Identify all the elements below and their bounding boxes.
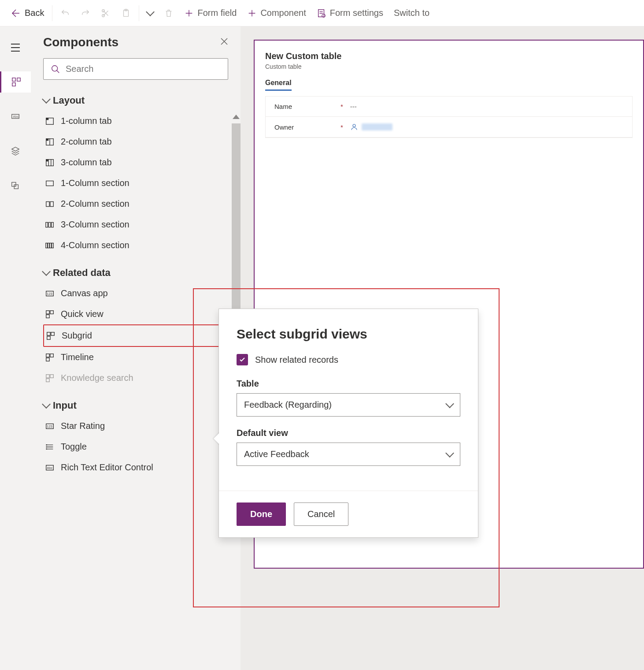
add-component-button[interactable]: Component [242,4,311,22]
svg-point-13 [52,65,58,71]
svg-rect-20 [46,181,54,186]
form-settings-icon [317,8,326,18]
svg-rect-35 [47,332,50,335]
comp-timeline[interactable]: Timeline [43,347,228,368]
library-icon [11,180,20,190]
rail-library[interactable] [5,175,26,196]
comp-4col-section[interactable]: 4-Column section [43,235,228,256]
show-related-checkbox[interactable] [237,354,248,365]
comp-label: 4-Column section [61,240,130,250]
rail-components[interactable] [0,71,31,93]
back-button[interactable]: Back [5,4,49,22]
svg-rect-37 [47,336,50,339]
subgrid-icon [46,331,56,341]
canvas-app-icon: 123 [45,289,55,298]
field-name-label: Name [274,103,341,110]
delete-button[interactable] [159,5,179,22]
cut-button[interactable] [96,5,116,22]
comp-label: Subgrid [62,331,92,341]
hamburger-button[interactable] [0,37,31,58]
paste-dropdown[interactable] [142,8,159,19]
subgrid-views-popover: Select subgrid views Show related record… [218,309,478,538]
rail-tree[interactable] [5,140,26,161]
form-fields: Name * --- Owner * [265,96,633,138]
svg-rect-23 [46,222,48,227]
comp-label: Star Rating [61,421,105,431]
comp-star-rating[interactable]: 123 Star Rating [43,416,228,436]
show-related-checkbox-row[interactable]: Show related records [237,354,460,365]
svg-rect-7 [17,78,20,81]
undo-button[interactable] [55,5,75,22]
comp-label: 3-column tab [61,157,112,168]
svg-rect-41 [46,374,49,377]
chevron-down-icon [445,399,454,408]
search-input[interactable] [66,64,221,74]
comp-3col-section[interactable]: 3-Column section [43,214,228,235]
comp-toggle[interactable]: Toggle [43,436,228,457]
field-name-value: --- [350,103,357,110]
comp-2col-tab[interactable]: 2-column tab [43,131,228,152]
comp-quick-view[interactable]: Quick view [43,304,228,324]
star-rating-icon: 123 [45,421,55,431]
rail-fields[interactable]: Abc [5,106,26,127]
comp-canvas-app[interactable]: 123 Canvas app [43,283,228,304]
search-box[interactable] [43,58,228,80]
redo-button[interactable] [75,5,96,22]
comp-label: Quick view [61,309,104,319]
svg-rect-17 [46,138,49,141]
section-related-label: Related data [53,267,111,279]
comp-label: 2-column tab [61,137,112,147]
comp-rich-text[interactable]: Abc Rich Text Editor Control [43,457,228,478]
field-owner[interactable]: Owner * [266,117,632,138]
svg-rect-28 [50,243,52,248]
done-button[interactable]: Done [237,502,286,526]
comp-1col-section[interactable]: 1-Column section [43,173,228,194]
comp-label: 1-Column section [61,178,130,188]
two-col-section-icon [45,199,55,209]
svg-rect-21 [46,201,49,206]
switch-button[interactable]: Switch to [389,4,435,22]
comp-2col-section[interactable]: 2-Column section [43,194,228,214]
show-related-label: Show related records [255,355,338,365]
table-select-label: Table [237,379,460,389]
add-form-field-button[interactable]: Form field [179,4,242,22]
svg-text:Abc: Abc [47,465,53,469]
panel-close-button[interactable] [220,37,228,48]
scroll-up-arrow[interactable] [233,115,240,119]
section-layout-header[interactable]: Layout [43,90,228,111]
field-name[interactable]: Name * --- [266,97,632,117]
comp-label: Timeline [61,352,94,362]
form-settings-button[interactable]: Form settings [311,4,389,22]
four-col-section-icon [45,241,55,250]
svg-rect-22 [50,201,53,206]
form-field-label: Form field [197,8,237,18]
comp-1col-tab[interactable]: 1-column tab [43,111,228,131]
svg-rect-25 [52,222,54,227]
undo-icon [60,8,70,18]
form-settings-label: Form settings [330,8,383,18]
person-icon [350,123,358,131]
required-icon: * [341,103,343,110]
comp-subgrid[interactable]: Subgrid [43,324,228,347]
section-input-header[interactable]: Input [43,395,228,416]
svg-rect-40 [46,357,49,361]
clipboard-icon [121,8,131,18]
toolbar-divider [52,5,52,21]
toggle-icon [45,442,55,452]
layers-icon [11,146,20,156]
comp-label: Rich Text Editor Control [61,462,153,473]
cancel-button[interactable]: Cancel [294,502,348,526]
svg-rect-36 [51,332,54,335]
owner-value-redacted [362,123,392,130]
comp-3col-tab[interactable]: 3-column tab [43,152,228,173]
paste-button[interactable] [116,5,136,22]
comp-label: Canvas app [61,288,108,298]
view-select[interactable]: Active Feedback [237,443,460,466]
svg-point-51 [353,124,355,127]
table-select[interactable]: Feedback (Regarding) [237,393,460,417]
section-related-header[interactable]: Related data [43,263,228,283]
chevron-down-icon [445,449,454,458]
svg-rect-34 [46,314,49,317]
form-tab-general[interactable]: General [265,79,292,91]
switch-label: Switch to [394,8,429,18]
